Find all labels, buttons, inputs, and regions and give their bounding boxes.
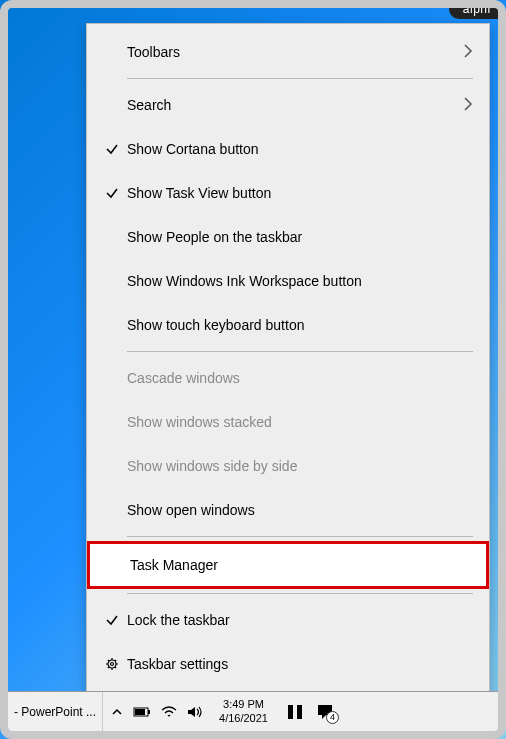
svg-rect-4 (135, 709, 145, 715)
checkmark-icon (97, 185, 127, 201)
tray-overflow-icon[interactable] (111, 706, 123, 718)
svg-rect-6 (297, 705, 302, 719)
svg-rect-3 (148, 710, 150, 714)
taskbar-time: 3:49 PM (223, 698, 264, 711)
menu-label: Task Manager (130, 557, 470, 573)
notification-count: 4 (326, 711, 339, 724)
svg-rect-5 (288, 705, 293, 719)
taskbar-right-icons: 4 (282, 703, 344, 721)
taskbar-date: 4/16/2021 (219, 712, 268, 725)
taskbar-context-menu: Toolbars Search Show Cortana button Show… (86, 23, 490, 693)
menu-label: Toolbars (127, 44, 463, 60)
taskbar-app-powerpoint[interactable]: - PowerPoint ... (8, 692, 103, 731)
menu-lock-taskbar[interactable]: Lock the taskbar (87, 598, 489, 642)
menu-label: Lock the taskbar (127, 612, 473, 628)
menu-search[interactable]: Search (87, 83, 489, 127)
menu-label: Show open windows (127, 502, 473, 518)
checkmark-icon (97, 141, 127, 157)
menu-label: Show touch keyboard button (127, 317, 473, 333)
action-center-icon[interactable]: 4 (316, 703, 334, 721)
taskbar: - PowerPoint ... 3:49 PM 4/16/2021 4 (8, 691, 498, 731)
volume-icon[interactable] (187, 705, 203, 719)
taskbar-clock[interactable]: 3:49 PM 4/16/2021 (213, 698, 274, 724)
menu-label: Show Windows Ink Workspace button (127, 273, 473, 289)
alphr-watermark: alphr (449, 0, 502, 19)
svg-point-0 (108, 660, 116, 668)
menu-stacked: Show windows stacked (87, 400, 489, 444)
menu-show-task-view[interactable]: Show Task View button (87, 171, 489, 215)
wifi-icon[interactable] (161, 706, 177, 718)
gear-icon (97, 656, 127, 672)
menu-label: Taskbar settings (127, 656, 473, 672)
menu-show-ink[interactable]: Show Windows Ink Workspace button (87, 259, 489, 303)
separator (127, 351, 473, 352)
svg-point-1 (111, 663, 114, 666)
menu-cascade: Cascade windows (87, 356, 489, 400)
menu-label: Cascade windows (127, 370, 473, 386)
chevron-right-icon (463, 96, 473, 115)
separator (127, 593, 473, 594)
menu-task-manager[interactable]: Task Manager (87, 541, 489, 589)
menu-open-windows[interactable]: Show open windows (87, 488, 489, 532)
menu-show-cortana[interactable]: Show Cortana button (87, 127, 489, 171)
menu-taskbar-settings[interactable]: Taskbar settings (87, 642, 489, 686)
separator (127, 78, 473, 79)
menu-toolbars[interactable]: Toolbars (87, 30, 489, 74)
chevron-right-icon (463, 43, 473, 62)
menu-label: Show People on the taskbar (127, 229, 473, 245)
menu-label: Search (127, 97, 463, 113)
menu-label: Show windows stacked (127, 414, 473, 430)
system-tray: 3:49 PM 4/16/2021 (103, 692, 282, 731)
menu-show-people[interactable]: Show People on the taskbar (87, 215, 489, 259)
menu-side-by-side: Show windows side by side (87, 444, 489, 488)
menu-label: Show Task View button (127, 185, 473, 201)
menu-label: Show Cortana button (127, 141, 473, 157)
menu-label: Show windows side by side (127, 458, 473, 474)
battery-icon[interactable] (133, 706, 151, 718)
separator (127, 536, 473, 537)
app-icon[interactable] (286, 703, 304, 721)
checkmark-icon (97, 612, 127, 628)
menu-show-touch-kb[interactable]: Show touch keyboard button (87, 303, 489, 347)
